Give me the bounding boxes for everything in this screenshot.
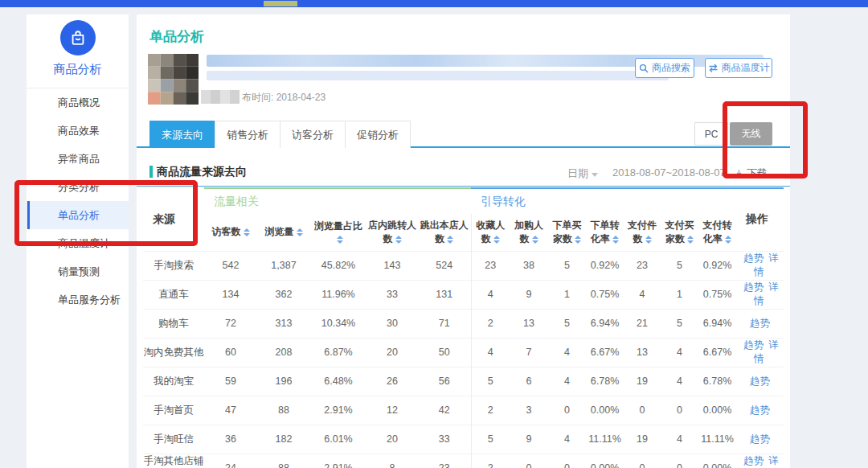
sort-icon[interactable]	[612, 236, 619, 244]
value-cell: 72	[204, 309, 257, 338]
product-thermometer-label: 商品温度计	[722, 61, 770, 75]
value-cell: 12	[366, 396, 418, 425]
sort-icon[interactable]	[645, 236, 652, 244]
value-cell: 88	[257, 454, 310, 468]
value-cell: 143	[366, 251, 418, 280]
sidebar-header: 商品分析	[27, 14, 129, 88]
actions-cell: 趋势详情	[736, 280, 784, 309]
value-cell: 2.91%	[310, 396, 366, 425]
tab-visitor-analysis[interactable]: 访客分析	[280, 121, 346, 148]
sort-icon[interactable]	[337, 236, 343, 244]
value-cell: 0.00%	[698, 454, 736, 468]
value-cell: 36	[204, 425, 257, 454]
column-header-1[interactable]: 浏览量	[257, 214, 310, 251]
value-cell: 6.94%	[698, 309, 736, 338]
sort-icon[interactable]	[687, 236, 694, 244]
tab-source-destination[interactable]: 来源去向	[149, 121, 215, 148]
source-cell: 手淘首页	[143, 396, 204, 425]
column-header-3[interactable]: 店内跳转人数	[366, 214, 418, 251]
column-header-9[interactable]: 支付件数	[624, 214, 661, 251]
sort-icon[interactable]	[395, 236, 402, 244]
sort-icon[interactable]	[493, 236, 500, 244]
value-cell: 4	[548, 338, 586, 367]
tab-sales-analysis[interactable]: 销售分析	[215, 121, 280, 148]
sort-icon[interactable]	[532, 236, 538, 244]
sort-icon[interactable]	[244, 228, 250, 236]
column-header-row: 访客数浏览量浏览量占比店内跳转人数跳出本店人数收藏人数加购人数下单买家数下单转化…	[143, 214, 784, 251]
value-cell: 362	[257, 280, 310, 309]
platform-toggle-wireless[interactable]: 无线	[730, 122, 772, 146]
date-dropdown[interactable]: 日期	[567, 166, 598, 181]
sidebar: 商品分析 商品概况 商品效果 异常商品 分类分析 单品分析 商品温度计 销量预测…	[27, 14, 129, 468]
product-search-button[interactable]: 商品搜索	[635, 58, 694, 78]
sidebar-item-abnormal-products[interactable]: 异常商品	[27, 145, 129, 173]
product-subtitle-redacted	[207, 71, 669, 80]
table-row: 手淘旺信361826.01%203359411.11%19411.11%趋势	[143, 425, 784, 454]
product-analysis-logo	[60, 20, 96, 55]
actions-cell: 趋势	[736, 309, 784, 338]
trend-link[interactable]: 趋势	[750, 433, 770, 445]
value-cell: 0	[548, 454, 586, 468]
value-cell: 0	[510, 454, 548, 468]
value-cell: 0	[661, 454, 698, 468]
sidebar-item-product-overview[interactable]: 商品概况	[27, 88, 129, 117]
value-cell: 23	[624, 251, 661, 280]
sidebar-item-sales-forecast[interactable]: 销量预测	[27, 257, 129, 285]
value-cell: 3	[510, 396, 548, 425]
sidebar-item-product-thermometer[interactable]: 商品温度计	[27, 229, 129, 257]
sort-icon[interactable]	[297, 228, 303, 236]
column-header-5[interactable]: 收藏人数	[471, 214, 510, 251]
product-thermometer-button[interactable]: 商品温度计	[705, 58, 772, 78]
value-cell: 8	[366, 454, 418, 468]
sidebar-menu: 商品概况 商品效果 异常商品 分类分析 单品分析 商品温度计 销量预测 单品服务…	[27, 88, 129, 314]
sort-icon[interactable]	[575, 236, 581, 244]
value-cell: 6.87%	[310, 338, 366, 367]
group-header-row: 来源 流量相关 引导转化 操作	[143, 188, 784, 214]
sidebar-item-category-analysis[interactable]: 分类分析	[27, 173, 129, 201]
value-cell: 4	[661, 338, 698, 367]
trend-link[interactable]: 趋势	[743, 252, 764, 264]
sidebar-item-product-effect[interactable]: 商品效果	[27, 117, 129, 145]
column-header-8[interactable]: 下单转化率	[586, 214, 624, 251]
value-cell: 13	[624, 338, 661, 367]
column-header-4[interactable]: 跳出本店人数	[418, 214, 471, 251]
column-header-10[interactable]: 支付买家数	[661, 214, 698, 251]
value-cell: 0.92%	[698, 251, 736, 280]
value-cell: 9	[510, 280, 548, 309]
value-cell: 524	[418, 251, 471, 280]
value-cell: 4	[661, 367, 698, 396]
column-header-0[interactable]: 访客数	[204, 214, 257, 251]
column-header-7[interactable]: 下单买家数	[548, 214, 586, 251]
actions-cell: 趋势详情	[736, 454, 784, 468]
trend-link[interactable]: 趋势	[750, 404, 770, 416]
value-cell: 20	[366, 425, 418, 454]
value-cell: 23	[418, 454, 471, 468]
value-cell: 45.82%	[310, 251, 366, 280]
section-header: 商品流量来源去向 日期 2018-08-07~2018-08-07 下载	[137, 158, 790, 187]
download-icon	[735, 169, 743, 179]
value-cell: 30	[366, 309, 418, 338]
tab-bar: 来源去向 销售分析 访客分析 促销分析	[137, 121, 790, 148]
column-header-2[interactable]: 浏览量占比	[310, 214, 366, 251]
platform-toggle-pc[interactable]: PC	[694, 122, 728, 146]
download-button[interactable]: 下载	[735, 166, 768, 181]
tab-promotion-analysis[interactable]: 促销分析	[345, 121, 411, 148]
value-cell: 4	[471, 280, 510, 309]
sort-icon[interactable]	[447, 236, 453, 244]
sidebar-item-single-item-analysis[interactable]: 单品分析	[27, 201, 129, 229]
sort-icon[interactable]	[725, 236, 731, 244]
trend-link[interactable]: 趋势	[743, 281, 764, 293]
trend-link[interactable]: 趋势	[750, 376, 770, 387]
table-row: 淘内免费其他602086.87%20504746.67%1346.67%趋势详情	[143, 338, 784, 367]
trend-link[interactable]: 趋势	[743, 455, 764, 466]
trend-link[interactable]: 趋势	[750, 318, 770, 329]
column-header-11[interactable]: 支付转化率	[698, 214, 736, 251]
value-cell: 26	[366, 367, 418, 396]
sidebar-item-item-service-analysis[interactable]: 单品服务分析	[27, 285, 129, 314]
value-cell: 2.91%	[310, 454, 366, 468]
product-thumbnail-redacted	[148, 54, 199, 105]
actions-cell: 趋势详情	[736, 251, 784, 280]
value-cell: 59	[204, 367, 257, 396]
column-header-6[interactable]: 加购人数	[510, 214, 548, 251]
trend-link[interactable]: 趋势	[743, 339, 764, 351]
